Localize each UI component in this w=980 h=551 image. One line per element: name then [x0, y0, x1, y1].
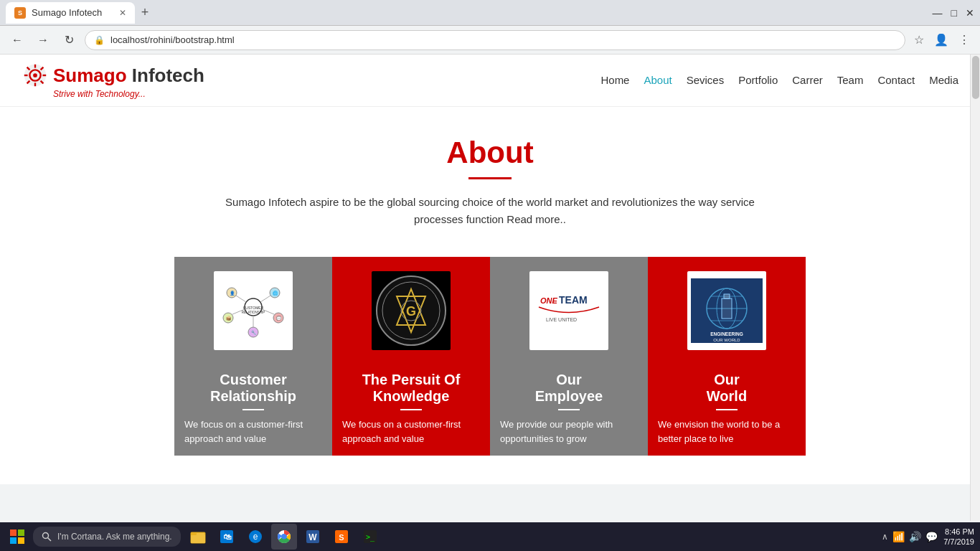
- card-text-employee: We provide our people with opportunities…: [490, 418, 648, 456]
- back-button[interactable]: ←: [7, 30, 27, 50]
- browser-tab[interactable]: S Sumago Infotech ✕: [6, 2, 135, 24]
- one-team-svg: ONE TEAM LIVE UNITED: [533, 286, 605, 336]
- nav-item-about[interactable]: About: [644, 74, 672, 87]
- nav-link-team[interactable]: Team: [837, 74, 864, 86]
- svg-text:💬: 💬: [276, 316, 282, 321]
- engineering-world-svg: ENGINEERING OUR WORLD: [691, 278, 763, 343]
- svg-text:🔧: 🔧: [251, 330, 257, 336]
- taskbar-word[interactable]: W: [300, 524, 326, 550]
- chrome-icon: [276, 529, 292, 545]
- address-bar[interactable]: 🔒 localhost/rohini/bootstrap.html: [85, 30, 905, 50]
- svg-rect-49: [18, 529, 24, 536]
- card-our-employee: ONE TEAM LIVE UNITED OurEmployee We prov…: [490, 257, 648, 456]
- svg-text:e: e: [253, 532, 258, 542]
- close-window-button[interactable]: ✕: [966, 7, 974, 19]
- nav-link-about[interactable]: About: [644, 74, 672, 86]
- taskbar-search-bar[interactable]: I'm Cortana. Ask me anything.: [33, 527, 181, 547]
- nav-item-media[interactable]: Media: [929, 74, 958, 87]
- card-image-wrapper-pursuit: G: [332, 257, 490, 364]
- svg-rect-44: [722, 298, 732, 319]
- network-icon[interactable]: 📶: [892, 531, 905, 542]
- minimize-button[interactable]: —: [933, 7, 943, 19]
- chevron-up-icon[interactable]: ∧: [882, 532, 888, 542]
- svg-text:G: G: [406, 304, 416, 319]
- svg-text:>_: >_: [366, 533, 375, 542]
- svg-text:W: W: [308, 532, 317, 542]
- new-tab-button[interactable]: +: [135, 3, 155, 23]
- bookmark-icon[interactable]: ☆: [911, 30, 927, 50]
- scrollbar-thumb[interactable]: [972, 56, 979, 99]
- taskbar-clock[interactable]: 8:46 PM 7/7/2019: [943, 527, 974, 547]
- start-button[interactable]: [6, 525, 29, 548]
- card-image-wrapper-world: ENGINEERING OUR WORLD: [648, 257, 806, 364]
- nav-link-services[interactable]: Sevices: [687, 74, 725, 86]
- customer-relationship-svg: CUSTOMER RELATIONSHIP 👤 🌐 📦 💬: [217, 278, 289, 343]
- tagline-normal: Strive with: [53, 89, 95, 99]
- nav-link-portfolio[interactable]: Portfolio: [738, 74, 778, 86]
- card-divider-pursuit: [400, 409, 422, 410]
- taskbar-edge[interactable]: e: [242, 524, 268, 550]
- taskbar-chrome[interactable]: [271, 524, 297, 550]
- taskbar-sublime[interactable]: S: [329, 524, 354, 550]
- svg-text:🛍: 🛍: [222, 532, 231, 541]
- nav-item-team[interactable]: Team: [837, 74, 864, 87]
- volume-icon[interactable]: 🔊: [909, 531, 921, 542]
- refresh-button[interactable]: ↻: [59, 30, 79, 50]
- svg-text:🌐: 🌐: [273, 291, 278, 296]
- card-title-world: OurWorld: [648, 364, 806, 409]
- nav-item-portfolio[interactable]: Portfolio: [738, 74, 778, 87]
- logo-area: Sumago Infotech Strive with Technology..…: [22, 62, 204, 99]
- forward-button[interactable]: →: [33, 30, 53, 50]
- nav-item-contact[interactable]: Contact: [877, 74, 915, 87]
- svg-rect-51: [18, 537, 24, 544]
- file-explorer-icon: [190, 529, 206, 545]
- taskbar-date-display: 7/7/2019: [943, 537, 974, 547]
- terminal-icon: >_: [362, 529, 378, 545]
- card-img-world: ENGINEERING OUR WORLD: [687, 271, 766, 350]
- card-text-customer: We focus on a customer-first approach an…: [174, 418, 332, 456]
- svg-text:📦: 📦: [226, 316, 232, 321]
- tab-close-button[interactable]: ✕: [119, 8, 126, 18]
- scrollbar[interactable]: [970, 55, 980, 521]
- word-icon: W: [305, 529, 321, 545]
- nav-link-contact[interactable]: Contact: [877, 74, 915, 86]
- card-image-wrapper-employee: ONE TEAM LIVE UNITED: [490, 257, 648, 364]
- nav-item-carrer[interactable]: Carrer: [792, 74, 823, 87]
- windows-logo-icon: [10, 529, 24, 544]
- svg-text:👤: 👤: [230, 291, 235, 296]
- svg-text:S: S: [339, 533, 344, 542]
- card-title-customer: CustomerRelationship: [174, 364, 332, 409]
- profile-icon[interactable]: 👤: [931, 30, 951, 50]
- svg-text:ENGINEERING: ENGINEERING: [710, 331, 743, 336]
- url-display: localhost/rohini/bootstrap.html: [110, 34, 896, 45]
- menu-icon[interactable]: ⋮: [956, 30, 973, 50]
- nav-link-carrer[interactable]: Carrer: [792, 74, 823, 86]
- card-divider-employee: [558, 409, 580, 410]
- svg-rect-55: [191, 534, 205, 543]
- nav-link-media[interactable]: Media: [929, 74, 958, 86]
- svg-text:TEAM: TEAM: [559, 294, 588, 306]
- system-tray-icons: ∧ 📶 🔊 💬: [882, 531, 938, 542]
- card-title-pursuit: The Persuit OfKnowledge: [332, 364, 490, 409]
- lock-icon: 🔒: [94, 35, 105, 45]
- title-divider: [468, 177, 512, 179]
- taskbar-file-explorer[interactable]: [185, 524, 211, 550]
- nav-item-home[interactable]: Home: [600, 74, 629, 87]
- nav-link-home[interactable]: Home: [600, 74, 629, 86]
- about-title: About: [14, 136, 966, 170]
- store-icon: 🛍: [219, 529, 235, 545]
- taskbar-search-text: I'm Cortana. Ask me anything.: [57, 532, 172, 542]
- window-controls: — □ ✕: [933, 7, 974, 19]
- maximize-button[interactable]: □: [951, 7, 957, 19]
- nav-links: Home About Sevices Portfolio Carrer Team…: [600, 74, 958, 87]
- card-pursuit-knowledge: G The Persuit OfKnowledge We focus on a …: [332, 257, 490, 456]
- logo-text: Sumago Infotech: [53, 65, 204, 87]
- notification-icon[interactable]: 💬: [925, 531, 938, 542]
- svg-text:CUSTOMER: CUSTOMER: [243, 306, 264, 310]
- taskbar-store[interactable]: 🛍: [214, 524, 240, 550]
- browser-window: S Sumago Infotech ✕ + — □ ✕ ← → ↻ 🔒 loca…: [0, 0, 980, 551]
- nav-item-services[interactable]: Sevices: [687, 74, 725, 87]
- card-divider-world: [716, 409, 738, 410]
- taskbar-terminal[interactable]: >_: [357, 524, 383, 550]
- card-title-employee: OurEmployee: [490, 364, 648, 409]
